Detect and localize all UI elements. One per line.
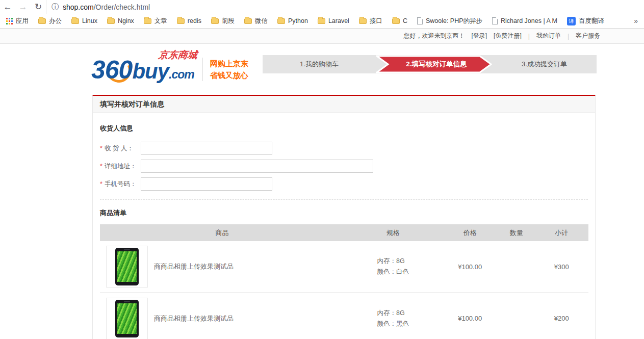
folder-icon (38, 18, 46, 24)
address-input[interactable] (141, 160, 373, 173)
bookmark-label: Laravel (328, 17, 349, 24)
folder-icon (71, 18, 79, 24)
subtotal-cell: ¥200 (535, 315, 588, 322)
bookmark-label: 文章 (154, 17, 167, 25)
col-header-quantity: 数量 (498, 228, 535, 238)
spec-memory: 内存：8G (377, 256, 409, 267)
phone-screen (117, 303, 137, 334)
bookmark-folder[interactable]: Linux (71, 17, 97, 24)
col-header-spec: 规格 (344, 228, 442, 238)
price-cell: ¥100.00 (442, 315, 498, 322)
bookmark-translate[interactable]: 译 百度翻译 (567, 17, 604, 25)
address-bar[interactable]: ⓘ shop.com/Order/check.html (46, 0, 644, 14)
divider (100, 199, 588, 200)
bookmark-folder[interactable]: Python (277, 17, 308, 24)
product-image (106, 246, 148, 288)
login-link[interactable]: [登录] (471, 32, 487, 40)
page-title: 填写并核对订单信息 (93, 96, 595, 113)
bookmark-folder[interactable]: 微信 (244, 17, 268, 25)
bookmark-label: Python (288, 17, 308, 24)
product-name: 商商品相册上传效果测试品 (154, 262, 234, 271)
bookmarks-bar: 应用 办公 Linux Nginx 文章 redis 前段 微信 Python … (0, 14, 644, 29)
bookmark-label: 微信 (255, 17, 268, 25)
consignee-name-input[interactable] (141, 142, 272, 155)
forward-icon[interactable]: → (15, 2, 31, 12)
folder-icon (177, 18, 185, 24)
product-image (106, 298, 148, 339)
bookmark-apps[interactable]: 应用 (6, 17, 29, 25)
bookmark-page[interactable]: Richard Jones | A M (492, 17, 557, 24)
bookmark-label: redis (188, 17, 201, 24)
step-submitted: 3.成功提交订单 (492, 55, 597, 73)
field-label: *手机号码： (100, 180, 141, 189)
page-icon (492, 17, 498, 24)
folder-icon (107, 18, 115, 24)
spec-memory: 内存：8G (377, 308, 409, 319)
page-icon (417, 17, 423, 24)
bookmark-folder[interactable]: 文章 (144, 17, 167, 25)
form-row-consignee: *收 货 人： (100, 142, 588, 155)
logo-buy-text: buy (132, 59, 169, 83)
logo-com-text: .com (169, 68, 194, 81)
required-mark: * (100, 163, 102, 170)
my-orders-link[interactable]: 我的订单 (536, 32, 561, 40)
bookmark-label: 办公 (49, 17, 62, 25)
label-text: 收 货 人： (105, 145, 134, 152)
spec-cell: 内存：8G 颜色：白色 (344, 256, 442, 277)
consignee-heading: 收货人信息 (100, 124, 588, 133)
bookmark-folder[interactable]: 接口 (359, 17, 382, 25)
bookmark-folder[interactable]: C (392, 17, 407, 24)
site-user-bar: 您好，欢迎来到京西！ [登录] [免费注册] | 我的订单 | 客户服务 (0, 29, 644, 44)
bookmark-folder[interactable]: 前段 (211, 17, 235, 25)
bookmark-label: Swoole: PHP的异步 (426, 17, 482, 25)
tagline-line2: 省钱又放心 (210, 69, 248, 81)
spec-lines: 内存：8G 颜色：白色 (377, 256, 409, 277)
tagline-line1: 网购上京东 (210, 58, 248, 69)
site-logo[interactable]: 360buy.com 京东商城 网购上京东 省钱又放心 (91, 49, 248, 85)
bookmark-folder[interactable]: Laravel (318, 17, 349, 24)
logo-360buy: 360buy.com 京东商城 (91, 49, 196, 85)
site-header: 360buy.com 京东商城 网购上京东 省钱又放心 1.我的购物车 2.填写… (0, 44, 644, 95)
logo-360-text: 360 (91, 56, 132, 84)
phone-image (115, 300, 139, 337)
bookmark-label: 前段 (222, 17, 235, 25)
form-row-phone: *手机号码： (100, 177, 588, 191)
product-cell: 商商品相册上传效果测试品 (100, 241, 344, 292)
bookmark-label: Linux (82, 17, 97, 24)
label-text: 手机号码： (105, 180, 137, 188)
divider: | (568, 33, 569, 40)
url-text: shop.com/Order/check.html (63, 3, 150, 11)
customer-service-link[interactable]: 客户服务 (576, 32, 600, 40)
folder-icon (144, 18, 151, 24)
bookmark-page[interactable]: Swoole: PHP的异步 (417, 17, 482, 25)
label-text: 详细地址： (105, 163, 137, 170)
col-header-price: 价格 (442, 228, 498, 238)
reload-icon[interactable]: ↻ (31, 2, 46, 12)
folder-icon (318, 18, 325, 24)
bookmark-folder[interactable]: Nginx (107, 17, 134, 24)
bookmark-label: 百度翻译 (579, 17, 604, 25)
bookmarks-overflow-icon[interactable]: » (634, 17, 638, 25)
step-cart: 1.我的购物车 (263, 55, 376, 73)
spec-color: 颜色：黑色 (377, 319, 409, 329)
divider: | (528, 33, 530, 40)
subtotal-cell: ¥300 (535, 263, 588, 271)
product-cell: 商商品相册上传效果测试品 (100, 293, 344, 339)
back-icon[interactable]: ← (0, 2, 15, 12)
field-label: *详细地址： (100, 162, 141, 171)
bookmark-folder[interactable]: redis (177, 17, 201, 24)
checkout-steps: 1.我的购物车 2.填写核对订单信息 3.成功提交订单 (263, 55, 597, 73)
phone-input[interactable] (141, 177, 272, 191)
form-row-address: *详细地址： (100, 160, 588, 173)
bookmark-folder[interactable]: 办公 (38, 17, 62, 25)
spec-lines: 内存：8G 颜色：黑色 (377, 308, 409, 329)
col-header-product: 商品 (100, 228, 344, 238)
product-name: 商商品相册上传效果测试品 (154, 314, 234, 323)
bookmark-label: Richard Jones | A M (501, 17, 557, 24)
register-link[interactable]: [免费注册] (494, 32, 522, 40)
price-cell: ¥100.00 (442, 263, 498, 271)
page-info-icon[interactable]: ⓘ (51, 3, 59, 12)
required-mark: * (100, 180, 102, 188)
phone-screen (117, 251, 137, 282)
table-header: 商品 规格 价格 数量 小计 (100, 224, 588, 241)
